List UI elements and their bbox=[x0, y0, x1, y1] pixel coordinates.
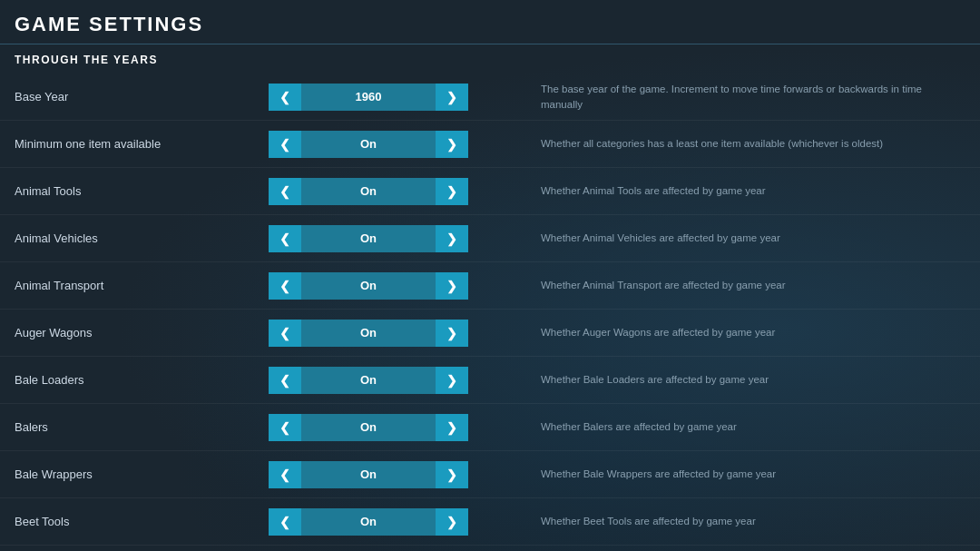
setting-control-balers: On bbox=[269, 414, 468, 441]
decrement-btn-base-year[interactable] bbox=[269, 84, 301, 111]
setting-desc-min-item: Whether all categories has a least one i… bbox=[468, 136, 965, 151]
chevron-left-icon bbox=[279, 279, 290, 293]
chevron-left-icon bbox=[279, 137, 290, 152]
setting-label-auger-wagons: Auger Wagons bbox=[15, 326, 269, 339]
setting-value-balers: On bbox=[301, 414, 436, 441]
setting-row: Base Year 1960 The base year of the game… bbox=[0, 74, 980, 121]
setting-row: Beet Tools On Whether Beet Tools are aff… bbox=[0, 498, 980, 546]
setting-row: Minimum one item available On Whether al… bbox=[0, 121, 980, 168]
decrement-btn-min-item[interactable] bbox=[269, 131, 301, 158]
chevron-left-icon bbox=[279, 467, 290, 482]
chevron-right-icon bbox=[446, 420, 457, 435]
decrement-btn-beet-tools[interactable] bbox=[269, 508, 301, 536]
increment-btn-animal-vehicles[interactable] bbox=[436, 225, 468, 252]
setting-label-base-year: Base Year bbox=[15, 90, 269, 103]
setting-label-min-item: Minimum one item available bbox=[15, 137, 269, 151]
content-area: THROUGH THE YEARS Base Year 1960 The bas… bbox=[0, 44, 980, 551]
setting-value-bale-wrappers: On bbox=[301, 461, 436, 488]
decrement-btn-bale-loaders[interactable] bbox=[269, 367, 301, 394]
setting-desc-animal-tools: Whether Animal Tools are affected by gam… bbox=[468, 183, 965, 198]
increment-btn-bale-wrappers[interactable] bbox=[436, 461, 468, 488]
increment-btn-animal-tools[interactable] bbox=[436, 178, 468, 205]
setting-control-auger-wagons: On bbox=[269, 320, 468, 347]
setting-label-animal-vehicles: Animal Vehicles bbox=[15, 231, 269, 245]
setting-control-base-year: 1960 bbox=[269, 84, 468, 111]
chevron-right-icon bbox=[446, 326, 457, 340]
setting-label-beet-tools: Beet Tools bbox=[15, 515, 269, 528]
setting-label-animal-transport: Animal Transport bbox=[15, 279, 269, 292]
setting-desc-beet-tools: Whether Beet Tools are affected by game … bbox=[468, 514, 965, 528]
chevron-left-icon bbox=[279, 515, 290, 529]
setting-desc-animal-transport: Whether Animal Transport are affected by… bbox=[468, 278, 965, 292]
setting-control-bale-wrappers: On bbox=[269, 461, 468, 488]
setting-desc-bale-wrappers: Whether Bale Wrappers are affected by ga… bbox=[468, 467, 965, 481]
settings-panel[interactable]: THROUGH THE YEARS Base Year 1960 The bas… bbox=[0, 44, 980, 551]
decrement-btn-animal-tools[interactable] bbox=[269, 178, 301, 205]
setting-control-animal-transport: On bbox=[269, 272, 468, 300]
chevron-left-icon bbox=[279, 420, 290, 435]
setting-desc-base-year: The base year of the game. Increment to … bbox=[468, 82, 965, 111]
setting-control-beet-tools: On bbox=[269, 508, 468, 536]
increment-btn-min-item[interactable] bbox=[436, 131, 468, 158]
decrement-btn-bale-wrappers[interactable] bbox=[269, 461, 301, 488]
increment-btn-beet-tools[interactable] bbox=[436, 508, 468, 536]
increment-btn-auger-wagons[interactable] bbox=[436, 320, 468, 347]
setting-label-bale-loaders: Bale Loaders bbox=[15, 373, 269, 387]
setting-row: Animal Vehicles On Whether Animal Vehicl… bbox=[0, 215, 980, 262]
page-container: GAME SETTINGS THROUGH THE YEARS Base Yea… bbox=[0, 0, 980, 551]
setting-desc-auger-wagons: Whether Auger Wagons are affected by gam… bbox=[468, 325, 965, 339]
chevron-left-icon bbox=[279, 326, 290, 340]
chevron-left-icon bbox=[279, 184, 290, 199]
section-header: THROUGH THE YEARS bbox=[0, 44, 980, 74]
setting-value-animal-vehicles: On bbox=[301, 225, 436, 252]
setting-desc-animal-vehicles: Whether Animal Vehicles are affected by … bbox=[468, 231, 965, 245]
page-title: GAME SETTINGS bbox=[0, 0, 980, 44]
setting-value-min-item: On bbox=[301, 131, 436, 158]
setting-row: Bale Wrappers On Whether Bale Wrappers a… bbox=[0, 451, 980, 498]
chevron-right-icon bbox=[446, 231, 457, 246]
increment-btn-bale-loaders[interactable] bbox=[436, 367, 468, 394]
chevron-right-icon bbox=[446, 515, 457, 529]
setting-label-bale-wrappers: Bale Wrappers bbox=[15, 467, 269, 481]
chevron-left-icon bbox=[279, 231, 290, 246]
setting-row: Auger Wagons On Whether Auger Wagons are… bbox=[0, 310, 980, 357]
increment-btn-base-year[interactable] bbox=[436, 84, 468, 111]
setting-desc-balers: Whether Balers are affected by game year bbox=[468, 419, 965, 434]
chevron-right-icon bbox=[446, 137, 457, 152]
chevron-left-icon bbox=[279, 373, 290, 388]
chevron-right-icon bbox=[446, 373, 457, 388]
chevron-right-icon bbox=[446, 184, 457, 199]
setting-value-base-year: 1960 bbox=[301, 84, 436, 111]
setting-control-bale-loaders: On bbox=[269, 367, 468, 394]
decrement-btn-auger-wagons[interactable] bbox=[269, 320, 301, 347]
decrement-btn-animal-transport[interactable] bbox=[269, 272, 301, 300]
setting-desc-bale-loaders: Whether Bale Loaders are affected by gam… bbox=[468, 372, 965, 387]
setting-row: Animal Transport On Whether Animal Trans… bbox=[0, 262, 980, 310]
setting-value-auger-wagons: On bbox=[301, 320, 436, 347]
setting-label-animal-tools: Animal Tools bbox=[15, 184, 269, 198]
setting-row: Balers On Whether Balers are affected by… bbox=[0, 404, 980, 451]
setting-row: Animal Tools On Whether Animal Tools are… bbox=[0, 168, 980, 215]
setting-control-animal-tools: On bbox=[269, 178, 468, 205]
chevron-left-icon bbox=[279, 90, 290, 104]
increment-btn-balers[interactable] bbox=[436, 414, 468, 441]
decrement-btn-balers[interactable] bbox=[269, 414, 301, 441]
setting-row: Bale Loaders On Whether Bale Loaders are… bbox=[0, 357, 980, 404]
decrement-btn-animal-vehicles[interactable] bbox=[269, 225, 301, 252]
setting-value-animal-tools: On bbox=[301, 178, 436, 205]
setting-value-bale-loaders: On bbox=[301, 367, 436, 394]
chevron-right-icon bbox=[446, 279, 457, 293]
chevron-right-icon bbox=[446, 90, 457, 104]
chevron-right-icon bbox=[446, 467, 457, 482]
setting-control-animal-vehicles: On bbox=[269, 225, 468, 252]
setting-control-min-item: On bbox=[269, 131, 468, 158]
increment-btn-animal-transport[interactable] bbox=[436, 272, 468, 300]
setting-value-beet-tools: On bbox=[301, 508, 436, 536]
setting-label-balers: Balers bbox=[15, 420, 269, 434]
setting-value-animal-transport: On bbox=[301, 272, 436, 300]
